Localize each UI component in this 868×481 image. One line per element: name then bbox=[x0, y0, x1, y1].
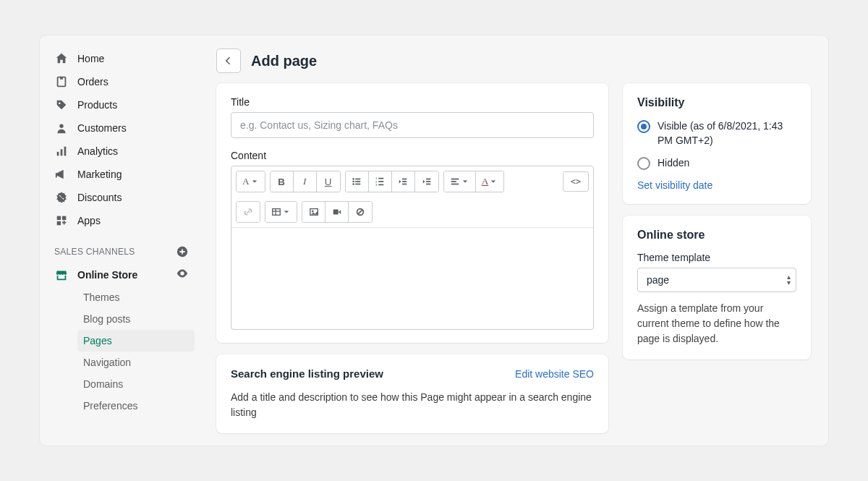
edit-seo-link[interactable]: Edit website SEO bbox=[515, 368, 594, 380]
format-paragraph-dropdown[interactable]: A bbox=[237, 171, 265, 192]
discount-icon bbox=[54, 190, 69, 205]
seo-card-title: Search engine listing preview bbox=[231, 367, 383, 380]
store-icon bbox=[54, 268, 69, 282]
svg-rect-4 bbox=[64, 147, 67, 156]
svg-rect-2 bbox=[57, 152, 59, 156]
underline-button[interactable]: U bbox=[317, 171, 340, 192]
orders-icon bbox=[54, 75, 69, 89]
megaphone-icon bbox=[54, 167, 69, 182]
apps-icon bbox=[54, 213, 69, 228]
bullet-list-button[interactable] bbox=[346, 171, 369, 192]
sidebar: Home Orders Products Customers Analytics… bbox=[40, 35, 199, 446]
title-label: Title bbox=[231, 96, 594, 108]
svg-rect-7 bbox=[57, 221, 61, 225]
sidebar-item-label: Online Store bbox=[77, 269, 137, 281]
sidebar-item-home[interactable]: Home bbox=[48, 47, 195, 70]
sidebar-item-marketing[interactable]: Marketing bbox=[48, 163, 195, 186]
text-color-dropdown[interactable]: A bbox=[476, 171, 504, 192]
visibility-title: Visibility bbox=[637, 96, 796, 109]
italic-button[interactable]: I bbox=[294, 171, 317, 192]
svg-rect-26 bbox=[426, 184, 430, 185]
svg-point-11 bbox=[352, 181, 354, 183]
clear-formatting-button[interactable] bbox=[349, 202, 372, 222]
template-label: Theme template bbox=[637, 252, 796, 263]
sidebar-item-label: Home bbox=[77, 53, 104, 64]
app-frame: Home Orders Products Customers Analytics… bbox=[39, 35, 829, 446]
view-store-icon[interactable] bbox=[176, 267, 189, 282]
bold-button[interactable]: B bbox=[271, 171, 294, 192]
svg-rect-6 bbox=[62, 216, 66, 220]
svg-point-32 bbox=[311, 210, 313, 213]
outdent-button[interactable] bbox=[392, 171, 415, 192]
svg-rect-21 bbox=[402, 179, 407, 180]
add-channel-icon[interactable] bbox=[176, 245, 189, 258]
subnav-navigation[interactable]: Navigation bbox=[77, 352, 195, 373]
visibility-option-hidden[interactable]: Hidden bbox=[637, 156, 796, 171]
svg-rect-24 bbox=[426, 179, 430, 180]
indent-button[interactable] bbox=[415, 171, 438, 192]
sidebar-item-products[interactable]: Products bbox=[48, 93, 195, 116]
sales-channels-label: SALES CHANNELS bbox=[54, 247, 135, 257]
subnav-pages[interactable]: Pages bbox=[77, 330, 195, 352]
sidebar-item-online-store[interactable]: Online Store bbox=[48, 263, 195, 286]
sidebar-item-label: Orders bbox=[77, 76, 109, 88]
link-button[interactable] bbox=[237, 202, 260, 222]
template-helper-text: Assign a template from your current them… bbox=[637, 301, 796, 346]
svg-point-1 bbox=[59, 124, 63, 128]
subnav-blog-posts[interactable]: Blog posts bbox=[77, 308, 195, 330]
editor-content-area[interactable] bbox=[231, 228, 593, 329]
sidebar-item-label: Customers bbox=[77, 122, 127, 134]
sidebar-item-label: Marketing bbox=[77, 169, 122, 180]
svg-rect-25 bbox=[426, 181, 430, 182]
sales-channels-header: SALES CHANNELS bbox=[48, 245, 195, 263]
svg-rect-16 bbox=[378, 178, 383, 179]
analytics-icon bbox=[54, 144, 69, 158]
svg-rect-30 bbox=[273, 209, 281, 216]
title-input[interactable] bbox=[231, 112, 594, 138]
align-dropdown[interactable] bbox=[444, 171, 476, 192]
svg-rect-28 bbox=[451, 181, 456, 182]
seo-card: Search engine listing preview Edit websi… bbox=[216, 354, 608, 433]
sidebar-item-label: Discounts bbox=[77, 192, 122, 203]
content-label: Content bbox=[231, 150, 594, 161]
back-button[interactable] bbox=[216, 48, 241, 73]
page-content-card: Title Content A B bbox=[216, 83, 608, 343]
svg-rect-29 bbox=[451, 184, 459, 185]
sidebar-item-label: Apps bbox=[77, 215, 101, 226]
online-store-title: Online store bbox=[637, 229, 796, 242]
svg-rect-27 bbox=[451, 179, 459, 180]
page-header: Add page bbox=[216, 48, 811, 73]
seo-description: Add a title and description to see how t… bbox=[231, 390, 594, 420]
person-icon bbox=[54, 121, 69, 135]
subnav-domains[interactable]: Domains bbox=[77, 373, 195, 395]
home-icon bbox=[54, 51, 69, 66]
rich-text-editor: A B I U 123 bbox=[231, 166, 594, 330]
visibility-option-label: Hidden bbox=[658, 156, 689, 171]
video-button[interactable] bbox=[326, 202, 349, 222]
tag-icon bbox=[54, 98, 69, 112]
template-select[interactable]: page ▴▾ bbox=[637, 268, 796, 292]
subnav-themes[interactable]: Themes bbox=[77, 286, 195, 308]
sidebar-item-orders[interactable]: Orders bbox=[48, 70, 195, 93]
set-visibility-date-link[interactable]: Set visibility date bbox=[637, 179, 712, 191]
svg-rect-3 bbox=[61, 149, 63, 156]
sidebar-item-analytics[interactable]: Analytics bbox=[48, 140, 195, 163]
image-button[interactable] bbox=[302, 202, 326, 222]
numbered-list-button[interactable]: 123 bbox=[369, 171, 392, 192]
svg-rect-23 bbox=[402, 184, 407, 185]
subnav-preferences[interactable]: Preferences bbox=[77, 395, 195, 417]
template-select-value: page bbox=[637, 268, 796, 292]
radio-icon bbox=[637, 157, 650, 170]
svg-rect-14 bbox=[355, 184, 360, 185]
radio-icon bbox=[637, 120, 650, 133]
visibility-card: Visibility Visible (as of 6/8/2021, 1:43… bbox=[623, 83, 811, 204]
editor-toolbar: A B I U 123 bbox=[231, 166, 593, 228]
html-view-button[interactable]: <> bbox=[563, 171, 589, 192]
sidebar-item-apps[interactable]: Apps bbox=[48, 209, 195, 232]
visibility-option-label: Visible (as of 6/8/2021, 1:43 PM GMT+2) bbox=[658, 119, 796, 148]
svg-text:3: 3 bbox=[375, 183, 378, 187]
sidebar-item-customers[interactable]: Customers bbox=[48, 116, 195, 140]
table-dropdown[interactable] bbox=[265, 202, 297, 222]
sidebar-item-discounts[interactable]: Discounts bbox=[48, 186, 195, 209]
visibility-option-visible[interactable]: Visible (as of 6/8/2021, 1:43 PM GMT+2) bbox=[637, 119, 796, 148]
